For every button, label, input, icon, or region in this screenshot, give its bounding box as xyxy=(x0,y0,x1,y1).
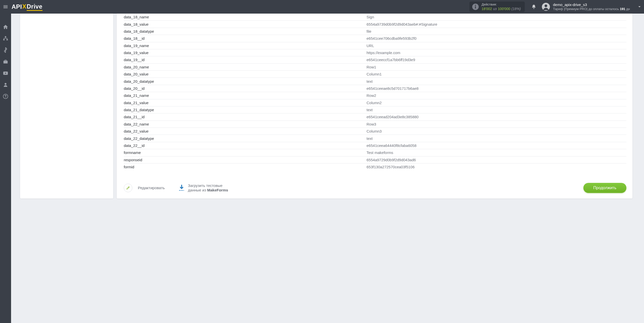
pencil-icon xyxy=(126,186,130,190)
svg-rect-6 xyxy=(3,39,5,41)
data-table: data_18_nameSigndata_18_value6554a9739d0… xyxy=(124,14,626,170)
row-key: data_22__id xyxy=(124,142,367,149)
row-key: data_18_name xyxy=(124,14,367,21)
home-icon[interactable] xyxy=(3,24,8,30)
table-row: responseid6554a9729d0b9f2d9d043ad6 xyxy=(124,156,626,163)
row-value: https://example.com xyxy=(367,49,626,56)
row-value: Row2 xyxy=(367,92,626,99)
row-key: data_21_name xyxy=(124,92,367,99)
svg-rect-8 xyxy=(4,61,8,63)
edit-label[interactable]: Редактировать xyxy=(138,186,165,190)
row-key: data_22_datatype xyxy=(124,135,367,142)
row-key: data_18_datatype xyxy=(124,28,367,35)
sidebar xyxy=(0,14,11,323)
brand-part2: Drive xyxy=(27,3,43,11)
row-key: data_20_name xyxy=(124,63,367,70)
table-row: data_21_nameRow2 xyxy=(124,92,626,99)
table-row: formnameTest makeforms xyxy=(124,149,626,156)
svg-rect-7 xyxy=(7,39,8,41)
row-value: Row3 xyxy=(367,120,626,128)
actions-used: 18'002 xyxy=(481,7,492,11)
load-text: Загрузить тестовые данные из MakeForms xyxy=(188,183,228,192)
billing-icon[interactable] xyxy=(3,47,8,53)
table-row: data_19__ide6541ceeccf1a7bb6ff19d3e9 xyxy=(124,56,626,63)
table-row: data_22__ide6541ceea64440f8cfaba6058 xyxy=(124,142,626,149)
row-key: data_21__id xyxy=(124,113,367,120)
table-row: formid653f130a272570cea03f5106 xyxy=(124,163,626,170)
row-key: formname xyxy=(124,149,367,156)
continue-button[interactable]: Продолжить xyxy=(583,183,626,193)
actions-of: из xyxy=(493,7,497,11)
hamburger-icon xyxy=(3,4,8,10)
table-row: data_21_valueColumn2 xyxy=(124,99,626,106)
briefcase-icon[interactable] xyxy=(3,59,8,64)
brand-logo[interactable]: APIXDrive xyxy=(12,3,43,11)
topbar: APIXDrive Действия: 18'002 из 100'000 (1… xyxy=(0,0,644,14)
svg-point-2 xyxy=(475,5,476,6)
edit-button[interactable] xyxy=(124,184,132,192)
menu-button[interactable] xyxy=(0,0,11,14)
row-value: Sign xyxy=(367,14,626,21)
row-value: e6541ceeccf1a7bb6ff19d3e9 xyxy=(367,56,626,63)
table-row: data_20_nameRow1 xyxy=(124,63,626,70)
row-value: file xyxy=(367,28,626,35)
row-value: Row1 xyxy=(367,63,626,70)
data-table-wrap: data_18_nameSigndata_18_value6554a9739d0… xyxy=(117,14,632,179)
brand-part1: API xyxy=(12,3,22,10)
row-value: 6554a9729d0b9f2d9d043ad6 xyxy=(367,156,626,163)
user-tariff: Тариф |Премиум PRO| до оплаты осталось 1… xyxy=(553,7,630,11)
row-key: data_22_name xyxy=(124,120,367,128)
integrations-icon[interactable] xyxy=(3,36,8,41)
row-key: formid xyxy=(124,163,367,170)
brand-x: X xyxy=(22,3,27,10)
row-value: e6541ceea64440f8cfaba6058 xyxy=(367,142,626,149)
svg-point-10 xyxy=(5,83,6,85)
row-key: data_18_value xyxy=(124,21,367,28)
left-panel xyxy=(20,14,113,198)
row-value: 6554a9739d0b9f2d9d043aeb#:#Signature xyxy=(367,21,626,28)
avatar-icon xyxy=(542,3,550,11)
table-row: data_19_valuehttps://example.com xyxy=(124,49,626,56)
row-key: data_19_name xyxy=(124,42,367,49)
user-name: demo_apix-drive_s3 xyxy=(553,3,630,7)
svg-point-4 xyxy=(545,5,547,7)
row-value: text xyxy=(367,78,626,85)
table-row: data_18_nameSign xyxy=(124,14,626,21)
row-key: data_20_value xyxy=(124,71,367,78)
row-value: text xyxy=(367,106,626,113)
row-value: URL xyxy=(367,42,626,49)
bell-icon xyxy=(531,4,536,10)
table-row: data_18__ide6541cee706cdba9fe593b2f0 xyxy=(124,35,626,42)
row-key: data_22_value xyxy=(124,128,367,135)
row-value: Column3 xyxy=(367,128,626,135)
account-icon[interactable] xyxy=(3,82,8,88)
table-row: data_19_nameURL xyxy=(124,42,626,49)
table-row: data_20__ide6541ceeae8c5d701717b6ae8 xyxy=(124,85,626,92)
row-value: 653f130a272570cea03f5106 xyxy=(367,163,626,170)
row-key: data_21_value xyxy=(124,99,367,106)
row-value: e6541ceead204ad3e8c385880 xyxy=(367,113,626,120)
load-test-data-button[interactable]: Загрузить тестовые данные из MakeForms xyxy=(178,183,228,192)
row-value: text xyxy=(367,135,626,142)
user-dropdown-toggle[interactable] xyxy=(635,5,644,9)
main-panel: data_18_nameSigndata_18_value6554a9739d0… xyxy=(117,14,632,198)
table-row: data_22_datatypetext xyxy=(124,135,626,142)
row-value: e6541ceeae8c5d701717b6ae8 xyxy=(367,85,626,92)
svg-rect-1 xyxy=(475,6,476,9)
video-icon[interactable] xyxy=(3,70,8,76)
help-icon[interactable] xyxy=(3,94,8,99)
svg-point-12 xyxy=(5,97,6,98)
actions-counter[interactable]: Действия: 18'002 из 100'000 (18%) xyxy=(469,2,525,12)
info-icon xyxy=(472,3,479,10)
download-icon xyxy=(178,184,185,192)
actions-pct: (18%) xyxy=(511,7,521,11)
row-key: data_19__id xyxy=(124,56,367,63)
table-row: data_18_datatypefile xyxy=(124,28,626,35)
row-key: data_20__id xyxy=(124,85,367,92)
row-key: data_21_datatype xyxy=(124,106,367,113)
svg-rect-5 xyxy=(5,36,6,37)
user-menu[interactable]: demo_apix-drive_s3 Тариф |Премиум PRO| д… xyxy=(542,3,635,11)
notifications-button[interactable] xyxy=(529,4,538,10)
row-value: Test makeforms xyxy=(367,149,626,156)
row-value: e6541cee706cdba9fe593b2f0 xyxy=(367,35,626,42)
